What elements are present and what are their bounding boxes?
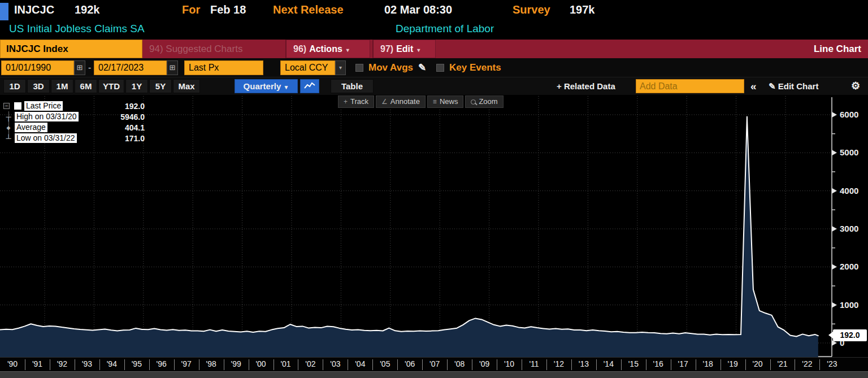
x-axis-year-label: '99 — [227, 359, 246, 368]
x-axis-year-label: '02 — [301, 359, 320, 368]
survey-value: 197k — [570, 3, 595, 16]
add-data-input[interactable] — [636, 79, 744, 93]
line-chart-icon — [304, 82, 315, 90]
x-axis-separator — [571, 359, 572, 370]
pencil-icon: ✎ — [769, 81, 776, 91]
key-events-checkbox[interactable] — [436, 64, 444, 72]
menu-edit-button[interactable]: 97)Edit▾ — [372, 40, 436, 58]
period-ytd[interactable]: YTD — [98, 79, 124, 93]
table-button[interactable]: Table — [331, 79, 374, 93]
last-price-axis-chip: 192.0 — [833, 329, 867, 341]
key-events-label[interactable]: Key Events — [449, 58, 501, 77]
x-axis-year-label: '18 — [698, 359, 718, 368]
period-1m[interactable]: 1M — [51, 79, 73, 93]
period-3d[interactable]: 3D — [27, 79, 50, 93]
y-axis-tick-arrow — [832, 226, 837, 232]
next-release-value: 02 Mar 08:30 — [384, 3, 452, 16]
x-axis-separator — [298, 359, 298, 370]
legend-row-low[interactable]: ┴ Low on 03/31/22 171.0 — [3, 133, 145, 144]
x-axis-separator — [224, 359, 224, 370]
panel-indicator — [0, 3, 8, 20]
date-range-dash: - — [88, 60, 91, 75]
window-bottom-bar — [0, 371, 868, 378]
price-type-select[interactable]: Last Px — [184, 60, 263, 75]
legend-expander[interactable]: − — [3, 103, 10, 109]
chart-settings-gear-button[interactable]: ⚙ — [851, 77, 860, 95]
x-axis-separator — [397, 359, 398, 370]
caret-down-icon: ▾ — [346, 47, 349, 53]
x-axis-separator — [99, 359, 100, 370]
calendar-icon[interactable]: ⊞ — [167, 60, 178, 75]
x-axis-separator — [522, 359, 522, 370]
x-axis-year-label: '04 — [350, 359, 370, 368]
related-data-button[interactable]: + Related Data — [557, 77, 615, 95]
legend-row-high[interactable]: ┬ High on 03/31/20 5946.0 — [3, 111, 145, 122]
low-marker-icon: ┴ — [3, 134, 14, 142]
currency-select[interactable]: Local CCY — [280, 60, 335, 75]
menu-actions-button[interactable]: 96)Actions▾ — [285, 40, 370, 58]
x-axis-year-label: '15 — [624, 359, 643, 368]
period-max[interactable]: Max — [173, 79, 200, 93]
ticker: INJCJC — [14, 3, 54, 16]
y-axis-tick-label: 1000 — [840, 300, 858, 310]
x-axis-year-label: '23 — [822, 359, 841, 368]
x-axis-separator — [274, 359, 274, 370]
calendar-icon[interactable]: ⊞ — [74, 60, 85, 75]
y-axis-tick-arrow — [832, 188, 837, 194]
x-axis-separator — [646, 359, 646, 370]
menu-suggested-charts[interactable]: 94) Suggested Charts — [149, 40, 242, 58]
annotate-button[interactable]: ∠Annotate — [376, 95, 426, 108]
zoom-button[interactable]: Zoom — [465, 95, 503, 108]
x-axis-separator — [249, 359, 249, 370]
chart-plot-area[interactable]: 0100020003000400050006000 +Track ∠Annota… — [0, 95, 868, 357]
x-axis-year-label: '19 — [723, 359, 743, 368]
x-axis-year-label: '09 — [475, 359, 494, 368]
x-axis-separator — [497, 359, 497, 370]
view-mode-label: Line Chart — [814, 40, 861, 58]
x-axis-year-label: '98 — [202, 359, 221, 368]
x-axis-separator — [174, 359, 175, 370]
legend-row-average[interactable]: ◆ Average 404.1 — [3, 122, 145, 133]
mov-avgs-checkbox[interactable] — [355, 64, 363, 72]
period-1d[interactable]: 1D — [3, 79, 26, 93]
survey-label: Survey — [513, 3, 550, 16]
news-button[interactable]: ≡News — [427, 95, 464, 108]
date-from-input[interactable]: 01/01/1990 — [1, 60, 74, 75]
period-6m[interactable]: 6M — [75, 79, 97, 93]
y-axis-tick-label: 4000 — [840, 186, 858, 195]
x-axis-separator — [671, 359, 671, 370]
collapse-button[interactable]: « — [750, 77, 757, 95]
mov-avgs-label[interactable]: Mov Avgs — [368, 58, 413, 77]
legend-row-last-price[interactable]: − Last Price 192.0 — [3, 101, 145, 111]
frequency-select[interactable]: Quarterly ▼ — [235, 79, 298, 93]
security-input[interactable]: INJCJC Index — [0, 40, 142, 58]
line-chart-type-button[interactable] — [300, 79, 319, 93]
x-axis-year-label: '06 — [400, 359, 419, 368]
x-axis-year-label: '91 — [28, 359, 47, 368]
price-line — [0, 117, 818, 337]
x-axis-separator — [25, 359, 25, 370]
security-name: US Initial Jobless Claims SA — [9, 23, 145, 35]
legend-value: 192.0 — [125, 102, 145, 111]
mov-avgs-pencil-icon[interactable]: ✎ — [418, 58, 426, 77]
x-axis-year-label: '13 — [574, 359, 593, 368]
x-axis-year-label: '05 — [375, 359, 394, 368]
x-axis-separator — [696, 359, 696, 370]
x-axis-separator — [75, 359, 75, 370]
x-axis-year-label: '17 — [674, 359, 693, 368]
x-axis-year-label: '08 — [450, 359, 469, 368]
track-button[interactable]: +Track — [338, 95, 374, 108]
period-5y[interactable]: 5Y — [149, 79, 172, 93]
date-to-input[interactable]: 02/17/2023 — [94, 60, 167, 75]
x-axis-year-label: '03 — [326, 359, 345, 368]
x-axis-separator — [472, 359, 472, 370]
y-axis-tick-label: 6000 — [840, 110, 858, 119]
x-axis-year-label: '00 — [251, 359, 271, 368]
period-1y[interactable]: 1Y — [125, 79, 148, 93]
news-icon: ≡ — [433, 96, 437, 107]
edit-chart-button[interactable]: ✎ Edit Chart — [769, 77, 818, 95]
currency-dropdown-button[interactable]: ▾ — [335, 60, 346, 75]
high-marker-icon: ┬ — [3, 112, 14, 121]
x-axis-year-label: '97 — [177, 359, 196, 368]
annotate-icon: ∠ — [381, 96, 388, 107]
